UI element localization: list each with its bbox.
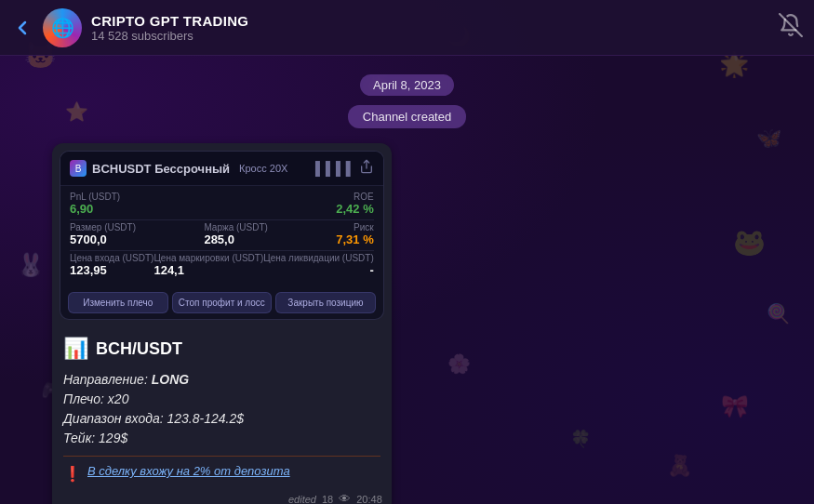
trading-card: B BCHUSDT Бессрочный Кросс 20Х ▐▐▐▐ (60, 151, 384, 320)
close-position-button[interactable]: Закрыть позицию (275, 292, 376, 313)
leverage-line: Плечо: х20 (63, 390, 380, 409)
view-count: 18 (322, 494, 333, 505)
alert-text: В сделку вхожу на 2% от депозита (87, 464, 290, 478)
mark-price-label: Цена маркировки (USDT) (153, 253, 263, 263)
range-line: Диапазон входа: 123.8-124.2$ (63, 409, 380, 429)
chat-area: April 8, 2023 Channel created B BCHUSDT … (0, 56, 814, 504)
stop-profit-loss-button[interactable]: Стоп профит и лосс (172, 292, 273, 313)
message-footer: edited 18 👁 20:48 (52, 488, 392, 504)
share-icon[interactable] (359, 159, 374, 178)
coin-header: 📊 BCH/USDT (63, 337, 380, 361)
channel-name: CRIPTO GPT TRADING (91, 13, 779, 29)
card-title: BCHUSDT Бессрочный (92, 162, 230, 176)
eye-icon: 👁 (339, 492, 351, 504)
channel-created-section: Channel created (0, 105, 814, 128)
direction-line: Направление: LONG (63, 370, 380, 390)
card-header: B BCHUSDT Бессрочный Кросс 20Х ▐▐▐▐ (60, 152, 383, 186)
message-bubble: B BCHUSDT Бессрочный Кросс 20Х ▐▐▐▐ (52, 143, 392, 504)
avatar: 🌐 (43, 8, 82, 47)
margin-value: 285,0 (204, 232, 267, 246)
coin-name: BCH/USDT (96, 339, 182, 359)
channel-info: CRIPTO GPT TRADING 14 528 subscribers (91, 13, 779, 43)
leverage-label: Плечо: (63, 391, 104, 406)
entry-price-label: Цена входа (USDT) (70, 253, 153, 263)
risk-value: 7,31 % (336, 232, 373, 246)
mark-price-value: 124,1 (153, 263, 263, 277)
entry-price-value: 123,95 (70, 263, 153, 277)
risk-label: Риск (336, 222, 373, 232)
take-label: Тейк: (63, 431, 95, 445)
card-icon: B (70, 160, 87, 177)
pnl-label: PnL (USDT) (70, 192, 120, 202)
message-text: Направление: LONG Плечо: х20 Диапазон вх… (63, 370, 380, 448)
range-label: Диапазон входа: (63, 411, 164, 426)
alert-icon: ❗ (63, 465, 82, 483)
roe-label: ROE (336, 192, 373, 202)
margin-label: Маржа (USDT) (204, 222, 267, 232)
coin-emoji: 📊 (63, 337, 88, 361)
liq-price-value: - (263, 263, 373, 277)
change-leverage-button[interactable]: Изменить плечо (68, 292, 168, 313)
size-label: Размер (USDT) (70, 222, 136, 232)
message-time: 20:48 (356, 494, 382, 505)
pnl-value: 6,90 (70, 202, 120, 216)
leverage-value: х20 (108, 391, 129, 406)
liq-price-label: Цена ликвидации (USDT) (263, 253, 373, 263)
card-metrics: PnL (USDT) 6,90 ROE 2,42 % Размер (USDT)… (60, 186, 383, 286)
channel-subscribers: 14 528 subscribers (91, 29, 779, 43)
message-container: B BCHUSDT Бессрочный Кросс 20Х ▐▐▐▐ (37, 143, 814, 504)
roe-value: 2,42 % (336, 202, 373, 216)
cross-badge: Кросс 20Х (239, 163, 287, 174)
back-button[interactable] (11, 17, 33, 39)
header: 🌐 CRIPTO GPT TRADING 14 528 subscribers (0, 0, 814, 56)
alert-line: ❗ В сделку вхожу на 2% от депозита (63, 456, 380, 483)
card-buttons: Изменить плечо Стоп профит и лосс Закрыт… (60, 286, 383, 319)
date-pill: April 8, 2023 (360, 74, 454, 96)
take-line: Тейк: 129$ (63, 429, 380, 448)
channel-created-pill: Channel created (348, 105, 466, 128)
size-value: 5700,0 (70, 232, 136, 246)
direction-value: LONG (152, 372, 189, 387)
mute-button[interactable] (779, 13, 803, 43)
direction-label: Направление: (63, 372, 148, 387)
edited-label: edited (288, 494, 316, 505)
range-value: 123.8-124.2$ (167, 411, 245, 426)
signal-bars-icon: ▐▐▐▐ (311, 161, 352, 176)
message-content: 📊 BCH/USDT Направление: LONG Плечо: х20 … (52, 327, 392, 488)
take-value: 129$ (99, 431, 127, 445)
date-section: April 8, 2023 (0, 74, 814, 96)
svg-line-0 (780, 14, 802, 36)
